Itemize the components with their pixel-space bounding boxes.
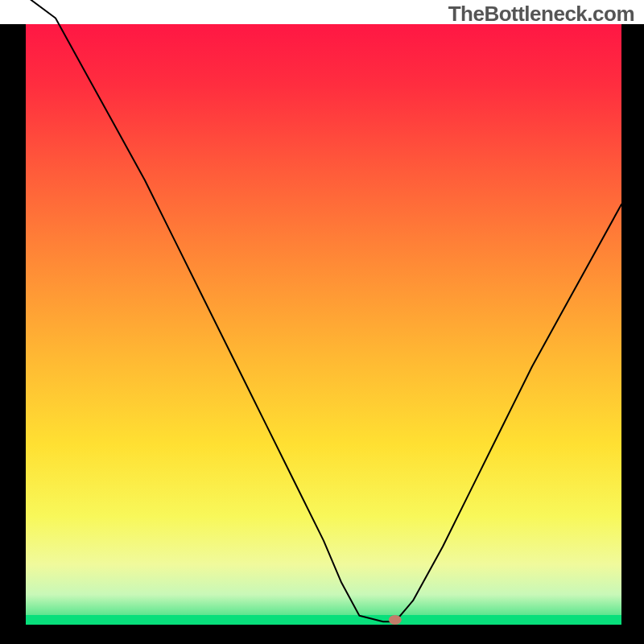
optimal-point-marker: [389, 615, 402, 625]
plot-background: [26, 24, 621, 625]
chart-container: TheBottleneck.com: [0, 0, 644, 644]
frame-right: [621, 24, 644, 644]
green-baseline-strip: [26, 615, 621, 625]
bottleneck-chart: [0, 0, 644, 644]
watermark-label: TheBottleneck.com: [448, 2, 634, 27]
frame-bottom: [0, 625, 644, 644]
frame-left: [0, 24, 26, 644]
